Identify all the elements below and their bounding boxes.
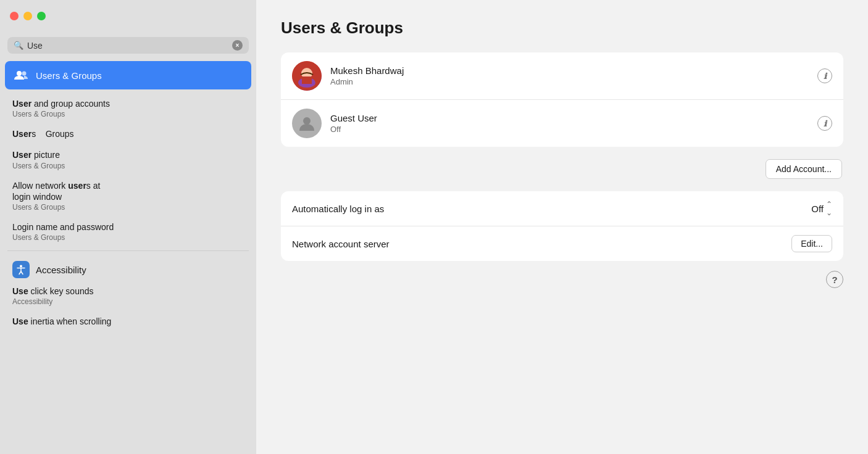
avatar	[292, 61, 322, 91]
sidebar-item-users-groups-label: Users & Groups	[36, 70, 102, 81]
svg-rect-6	[302, 76, 312, 84]
result-match: User	[12, 129, 31, 139]
close-button[interactable]	[10, 12, 19, 20]
result-rest: and group accounts	[31, 99, 110, 109]
add-account-row: Add Account...	[281, 159, 843, 179]
result-rest: picture	[31, 150, 60, 160]
result-rest: s at	[86, 181, 101, 191]
result-match: user	[68, 181, 86, 191]
search-bar: 🔍 ×	[7, 37, 249, 54]
list-item[interactable]: Users Groups	[0, 123, 256, 144]
table-row: Mukesh Bhardwaj Admin ℹ	[281, 52, 843, 100]
help-button[interactable]: ?	[826, 271, 843, 288]
result-rest: click key sounds	[28, 286, 94, 296]
result-title-cont: login window	[12, 191, 244, 202]
result-title: Login name and password	[12, 221, 244, 233]
search-clear-button[interactable]: ×	[232, 40, 243, 51]
network-account-edit-button[interactable]: Edit...	[791, 235, 832, 252]
svg-point-1	[22, 72, 27, 76]
traffic-lights	[10, 12, 46, 20]
list-item[interactable]: Allow network users at login window User…	[0, 175, 256, 217]
divider	[7, 250, 249, 251]
list-item[interactable]: User and group accounts Users & Groups	[0, 93, 256, 123]
autologin-value: Off ⌃⌄	[811, 200, 832, 217]
list-item[interactable]: Use inertia when scrolling	[0, 311, 256, 332]
guest-info-button[interactable]: ℹ	[817, 116, 832, 131]
result-title: Use click key sounds	[12, 286, 244, 297]
result-subtitle: Users & Groups	[12, 203, 244, 212]
result-subtitle: Users & Groups	[12, 162, 244, 170]
result-title: Users Groups	[12, 128, 244, 139]
titlebar	[0, 0, 256, 32]
search-input[interactable]	[27, 41, 228, 51]
main-content: Users & Groups Mukesh Bhardwaj Admin ℹ	[256, 0, 868, 454]
result-title: Use inertia when scrolling	[12, 316, 244, 327]
help-row: ?	[281, 271, 843, 288]
result-subtitle: Accessibility	[12, 297, 244, 306]
user-name: Guest User	[330, 113, 809, 123]
result-title: User picture	[12, 149, 244, 160]
result-subtitle: Users & Groups	[12, 110, 244, 118]
result-match: Use	[12, 286, 28, 296]
search-icon: 🔍	[14, 41, 23, 50]
result-pre: Allow network	[12, 181, 68, 191]
result-subtitle: Users & Groups	[12, 233, 244, 242]
result-title: Allow network users at	[12, 180, 244, 191]
result-rest: s Groups	[31, 129, 73, 139]
user-info: Guest User Off	[330, 113, 809, 134]
users-groups-icon	[12, 67, 30, 84]
sidebar: 🔍 × Users & Groups User and group accoun…	[0, 0, 256, 454]
svg-point-2	[20, 265, 22, 268]
list-item[interactable]: Use click key sounds Accessibility	[0, 281, 256, 311]
autologin-row: Automatically log in as Off ⌃⌄	[281, 191, 843, 226]
sidebar-item-users-groups[interactable]: Users & Groups	[5, 61, 251, 89]
result-match: Use	[12, 316, 28, 326]
maximize-button[interactable]	[37, 12, 46, 20]
result-match: User	[12, 150, 31, 160]
user-name: Mukesh Bhardwaj	[330, 65, 809, 76]
network-account-label: Network account server	[292, 239, 785, 249]
user-role: Off	[330, 125, 809, 134]
user-role: Admin	[330, 77, 809, 86]
minimize-button[interactable]	[23, 12, 32, 20]
network-account-row: Network account server Edit...	[281, 226, 843, 261]
avatar	[292, 109, 322, 138]
autologin-label: Automatically log in as	[292, 204, 805, 214]
accessibility-icon	[12, 261, 30, 278]
accessibility-label: Accessibility	[36, 265, 86, 275]
table-row: Guest User Off ℹ	[281, 100, 843, 147]
stepper-icon: ⌃⌄	[826, 200, 832, 217]
user-info: Mukesh Bhardwaj Admin	[330, 65, 809, 86]
page-title: Users & Groups	[281, 19, 843, 38]
autologin-current-value: Off	[811, 204, 824, 214]
add-account-button[interactable]: Add Account...	[766, 159, 842, 179]
accessibility-section-header[interactable]: Accessibility	[0, 255, 256, 281]
result-title: User and group accounts	[12, 98, 244, 109]
result-match: User	[12, 99, 31, 109]
list-item[interactable]: User picture Users & Groups	[0, 144, 256, 175]
user-info-button[interactable]: ℹ	[817, 68, 832, 83]
result-rest: inertia when scrolling	[28, 316, 112, 326]
list-item[interactable]: Login name and password Users & Groups	[0, 217, 256, 247]
users-card: Mukesh Bhardwaj Admin ℹ Guest User Off ℹ	[281, 52, 843, 147]
svg-point-7	[303, 117, 311, 125]
search-results-list: User and group accounts Users & Groups U…	[0, 91, 256, 454]
svg-point-0	[17, 71, 22, 76]
settings-card: Automatically log in as Off ⌃⌄ Network a…	[281, 191, 843, 261]
